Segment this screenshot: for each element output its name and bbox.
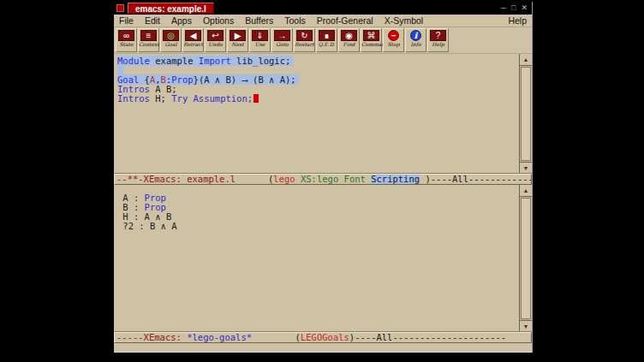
toolbar-button-label: Q.E.D.: [317, 41, 337, 48]
text-segment: )----All----------------: [420, 174, 532, 184]
goals-line: A : Prop: [117, 193, 519, 203]
toolbar-button-label: Goto: [272, 41, 292, 48]
text-segment: -----XEmacs:: [116, 332, 187, 342]
toolbar-find-button[interactable]: ◉Find: [338, 28, 360, 52]
retract-icon: ◀: [185, 30, 201, 41]
menu-bar: FileEditAppsOptionsBuffersToolsProof-Gen…: [114, 15, 532, 27]
toolbar-undo-button[interactable]: ↩Undo: [205, 28, 226, 52]
goals-line: B : Prop: [117, 203, 519, 212]
text-segment: Scripting: [371, 174, 420, 184]
toolbar-button-label: Command: [361, 41, 381, 48]
text-segment: lib_logic;: [231, 56, 291, 66]
stop-icon: –: [388, 30, 399, 41]
menu-item-proof-general[interactable]: Proof-General: [317, 15, 373, 26]
editor-line[interactable]: Intros H; Try Assumption;: [117, 94, 519, 104]
text-segment: (: [236, 174, 273, 184]
title-bar[interactable]: emacs: example.l ─ □ ✕: [114, 2, 532, 15]
window-title: emacs: example.l: [128, 3, 214, 14]
menu-items: FileEditAppsOptionsBuffersToolsProof-Gen…: [119, 15, 423, 26]
scrollbar-thumb[interactable]: [521, 67, 531, 161]
text-segment: example: [150, 56, 199, 66]
text-segment: Intros: [117, 93, 150, 104]
toolbar-qed-button[interactable]: ∎Q.E.D.: [316, 28, 337, 52]
toolbar-button-label: Retract: [183, 41, 203, 48]
toolbar-button-label: Context: [139, 41, 158, 48]
editor-line[interactable]: Goal {A,B:Prop}(A ∧ B) ⟶ (B ∧ A);: [117, 75, 519, 85]
menu-item-file[interactable]: File: [119, 15, 134, 26]
find-icon: ◉: [341, 30, 357, 41]
toolbar-next-button[interactable]: ▶Next: [227, 28, 248, 52]
toolbar-context-button[interactable]: ≡Context: [138, 28, 159, 52]
locked-region: Module example Import lib_logic;: [117, 56, 293, 66]
restart-icon: ↻: [296, 30, 313, 41]
xemacs-window: emacs: example.l ─ □ ✕ FileEditAppsOptio…: [114, 2, 533, 353]
scroll-down-icon[interactable]: ▼: [520, 320, 532, 332]
goto-icon: →: [274, 30, 290, 41]
maximize-icon[interactable]: □: [511, 3, 516, 13]
scroll-up-icon[interactable]: ▲: [520, 54, 532, 66]
qed-icon: ∎: [319, 30, 335, 41]
info-icon: i: [410, 30, 421, 41]
proof-general-toolbar: ∞State≡Context◎Goal◀Retract↩Undo▶Next⇓Us…: [114, 27, 532, 54]
goal-icon: ◎: [163, 30, 179, 41]
toolbar-button-label: State: [116, 41, 136, 48]
goals-buffer-row: A : Prop B : Prop H : A ∧ B ?2 : B ∧ A ▲…: [114, 185, 532, 332]
scrollbar-trough[interactable]: [520, 66, 532, 162]
menu-item-help[interactable]: Help: [508, 15, 527, 26]
scrollbar-trough[interactable]: [520, 197, 532, 320]
toolbar-state-button[interactable]: ∞State: [116, 28, 137, 52]
text-segment: *lego-goals*: [187, 332, 252, 342]
goals-buffer[interactable]: A : Prop B : Prop H : A ∧ B ?2 : B ∧ A: [114, 185, 519, 332]
toolbar-restart-button[interactable]: ↻Restart: [294, 28, 315, 52]
menu-item-options[interactable]: Options: [203, 15, 234, 26]
command-icon: ⌘: [363, 30, 379, 41]
script-modeline: --**-XEmacs: example.l (lego XS:lego Fon…: [114, 174, 532, 185]
toolbar-goal-button[interactable]: ◎Goal: [160, 28, 182, 52]
toolbar-goto-button[interactable]: →Goto: [271, 28, 293, 52]
minibuffer[interactable]: [114, 343, 532, 352]
script-scrollbar[interactable]: ▲ ▼: [519, 54, 532, 174]
text-segment: Assumption;: [188, 93, 253, 104]
goals-scrollbar[interactable]: ▲ ▼: [519, 185, 532, 332]
toolbar-button-label: Next: [228, 41, 247, 48]
window-menu-icon[interactable]: [116, 4, 124, 12]
scroll-up-icon[interactable]: ▲: [520, 185, 532, 197]
toolbar-stop-button[interactable]: –Stop: [383, 28, 404, 52]
scroll-down-icon[interactable]: ▼: [520, 162, 532, 174]
toolbar-command-button[interactable]: ⌘Command: [361, 28, 382, 52]
text-segment: Import: [199, 56, 231, 66]
menu-item-apps[interactable]: Apps: [171, 15, 192, 26]
toolbar-button-label: Goal: [161, 41, 181, 48]
script-buffer-row: Module example Import lib_logic;Goal {A,…: [114, 54, 532, 174]
text-segment: (: [252, 332, 301, 342]
toolbar-use-button[interactable]: ⇓Use: [249, 28, 271, 52]
text-segment: Module: [117, 56, 150, 66]
menu-item-x-symbol[interactable]: X-Symbol: [385, 15, 424, 26]
script-buffer[interactable]: Module example Import lib_logic;Goal {A,…: [114, 54, 519, 174]
editor-line[interactable]: Module example Import lib_logic;: [117, 56, 519, 66]
toolbar-info-button[interactable]: iInfo: [405, 28, 426, 52]
text-segment: LEGOGoals: [301, 332, 349, 342]
use-icon: ⇓: [252, 30, 268, 41]
toolbar-retract-button[interactable]: ◀Retract: [182, 28, 204, 52]
toolbar-button-label: Restart: [295, 41, 314, 48]
menu-item-edit[interactable]: Edit: [145, 15, 160, 26]
text-cursor: [253, 94, 259, 103]
help-icon: ?: [430, 30, 446, 41]
minimize-icon[interactable]: ─: [501, 3, 506, 13]
text-segment: lego: [273, 174, 295, 184]
toolbar-button-label: Stop: [384, 41, 403, 48]
desktop: emacs: example.l ─ □ ✕ FileEditAppsOptio…: [0, 0, 644, 362]
scrollbar-thumb[interactable]: [521, 198, 531, 319]
toolbar-button-label: Info: [406, 41, 426, 48]
text-segment: Font: [344, 174, 366, 184]
close-icon[interactable]: ✕: [521, 3, 528, 13]
menu-item-buffers[interactable]: Buffers: [245, 15, 273, 26]
context-icon: ≡: [140, 30, 157, 41]
toolbar-help-button[interactable]: ?Help: [427, 28, 449, 52]
state-icon: ∞: [118, 30, 134, 41]
menu-item-tools[interactable]: Tools: [284, 15, 306, 26]
text-segment: ?2 : B ∧ A: [117, 221, 177, 231]
toolbar-button-label: Undo: [206, 41, 225, 48]
text-segment: XS:lego: [301, 174, 338, 184]
